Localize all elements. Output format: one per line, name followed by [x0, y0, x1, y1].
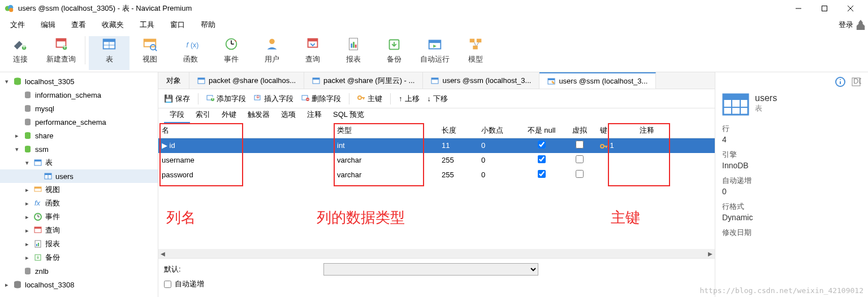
col-virtual[interactable]: 虚拟	[563, 123, 597, 138]
menu-help[interactable]: 帮助	[193, 18, 223, 32]
scroll-right-icon[interactable]: ►	[706, 250, 715, 258]
subtab[interactable]: 外键	[216, 107, 242, 123]
toolbar-new-query[interactable]: + 新建查询	[41, 36, 81, 70]
cell-length[interactable]: 255	[438, 168, 478, 182]
insert-field-button[interactable]: 插入字段	[254, 94, 293, 104]
expander-icon[interactable]: ▾	[3, 78, 10, 85]
cell-name[interactable]: ▶ id	[158, 138, 334, 153]
tree-item[interactable]: performance_schema	[0, 115, 158, 129]
tree-item[interactable]: users	[0, 169, 158, 183]
toolbar-event[interactable]: 事件	[211, 36, 252, 70]
info-icon[interactable]	[835, 77, 845, 89]
expander-icon[interactable]: ▸	[24, 241, 31, 248]
expander-icon[interactable]: ▸	[24, 200, 31, 207]
toolbar-model[interactable]: 模型	[455, 36, 496, 70]
add-field-button[interactable]: + 添加字段	[206, 94, 246, 104]
cell-type[interactable]: varchar	[334, 153, 438, 168]
document-tab[interactable]: users @ssm (localhost_3...	[423, 72, 539, 89]
expander-icon[interactable]: ▾	[14, 146, 20, 153]
connection-tree[interactable]: ▾localhost_3305information_schemamysqlpe…	[0, 72, 158, 297]
cell-type[interactable]: int	[334, 138, 438, 153]
tree-item[interactable]: ▸事件	[0, 210, 158, 224]
subtab[interactable]: 字段	[164, 107, 190, 123]
h-scrollbar[interactable]: ◄ ►	[158, 249, 715, 258]
maximize-button[interactable]	[811, 0, 837, 17]
cell-virtual[interactable]	[563, 138, 597, 153]
cell-notnull[interactable]	[520, 153, 563, 168]
cell-name[interactable]: password	[158, 168, 334, 182]
subtab[interactable]: SQL 预览	[327, 107, 370, 123]
document-tab[interactable]: packet @share (localhos...	[189, 72, 304, 89]
menu-favorites[interactable]: 收藏夹	[94, 18, 132, 32]
tree-item[interactable]: ▸查询	[0, 224, 158, 237]
subtab[interactable]: 触发器	[242, 107, 275, 123]
delete-field-button[interactable]: 删除字段	[301, 94, 341, 104]
col-name[interactable]: 名	[158, 123, 334, 138]
cell-decimals[interactable]: 0	[478, 138, 520, 153]
tree-item[interactable]: ▸报表	[0, 237, 158, 251]
cell-key[interactable]	[597, 153, 636, 168]
cell-comment[interactable]	[636, 168, 705, 182]
toolbar-automation[interactable]: 自动运行	[414, 36, 455, 70]
toolbar-query[interactable]: 查询	[292, 36, 333, 70]
move-up-button[interactable]: ↑ 上移	[399, 94, 420, 104]
toolbar-backup[interactable]: 备份	[374, 36, 414, 70]
col-decimals[interactable]: 小数点	[478, 123, 520, 138]
cell-decimals[interactable]: 0	[478, 153, 520, 168]
cell-virtual[interactable]	[563, 153, 597, 168]
auto-increment-checkbox[interactable]: 自动递增	[164, 279, 204, 289]
cell-notnull[interactable]	[520, 168, 563, 182]
tree-item[interactable]: ▾localhost_3305	[0, 75, 158, 88]
document-tab[interactable]: 对象	[158, 72, 189, 89]
subtab[interactable]: 选项	[275, 107, 301, 123]
toolbar-user[interactable]: 用户	[252, 36, 292, 70]
toolbar-report[interactable]: 报表	[333, 36, 374, 70]
default-select[interactable]	[323, 263, 538, 276]
col-notnull[interactable]: 不是 null	[520, 123, 563, 138]
tree-item[interactable]: ▾表	[0, 156, 158, 169]
tree-item[interactable]: znlb	[0, 264, 158, 278]
toolbar-view[interactable]: 视图	[129, 36, 170, 70]
login-link[interactable]: 登录	[839, 20, 853, 30]
expander-icon[interactable]: ▸	[3, 281, 10, 289]
document-tab[interactable]: users @ssm (localhost_3...	[539, 72, 656, 89]
toolbar-table[interactable]: 表	[89, 36, 129, 70]
cell-type[interactable]: varchar	[334, 168, 438, 182]
field-row[interactable]: ▶ id int 11 0 1	[158, 138, 715, 153]
expander-icon[interactable]: ▸	[14, 132, 20, 139]
menu-window[interactable]: 窗口	[162, 18, 193, 32]
cell-notnull[interactable]	[520, 138, 563, 153]
col-comment[interactable]: 注释	[636, 123, 705, 138]
subtab[interactable]: 索引	[190, 107, 216, 123]
save-button[interactable]: 💾 保存	[164, 94, 190, 104]
fields-grid[interactable]: 名 类型 长度 小数点 不是 null 虚拟 键 注释 ▶ id int 11 …	[158, 123, 715, 182]
tree-item[interactable]: ▾ssm	[0, 142, 158, 156]
expander-icon[interactable]: ▸	[24, 186, 31, 194]
field-row[interactable]: username varchar 255 0	[158, 153, 715, 168]
col-type[interactable]: 类型	[334, 123, 438, 138]
tree-item[interactable]: ▸localhost_3308	[0, 278, 158, 291]
toolbar-function[interactable]: f(x) 函数	[170, 36, 211, 70]
expander-icon[interactable]: ▾	[24, 159, 31, 167]
col-key[interactable]: 键	[597, 123, 636, 138]
cell-key[interactable]: 1	[597, 138, 636, 153]
tree-item[interactable]: ▸fx函数	[0, 196, 158, 210]
toolbar-connection[interactable]: + 连接	[0, 36, 41, 70]
cell-length[interactable]: 11	[438, 138, 478, 153]
close-button[interactable]	[837, 0, 863, 17]
menu-edit[interactable]: 编辑	[33, 18, 63, 32]
col-length[interactable]: 长度	[438, 123, 478, 138]
primary-key-button[interactable]: 主键	[357, 94, 382, 104]
move-down-button[interactable]: ↓ 下移	[427, 94, 448, 104]
cell-length[interactable]: 255	[438, 153, 478, 168]
menu-view[interactable]: 查看	[63, 18, 94, 32]
tree-item[interactable]: mysql	[0, 102, 158, 115]
expander-icon[interactable]: ▸	[24, 254, 31, 261]
cell-comment[interactable]	[636, 138, 705, 153]
minimize-button[interactable]	[785, 0, 811, 17]
expander-icon[interactable]: ▸	[24, 213, 31, 221]
menu-tools[interactable]: 工具	[132, 18, 162, 32]
cell-comment[interactable]	[636, 153, 705, 168]
cell-decimals[interactable]: 0	[478, 168, 520, 182]
cell-key[interactable]	[597, 168, 636, 182]
